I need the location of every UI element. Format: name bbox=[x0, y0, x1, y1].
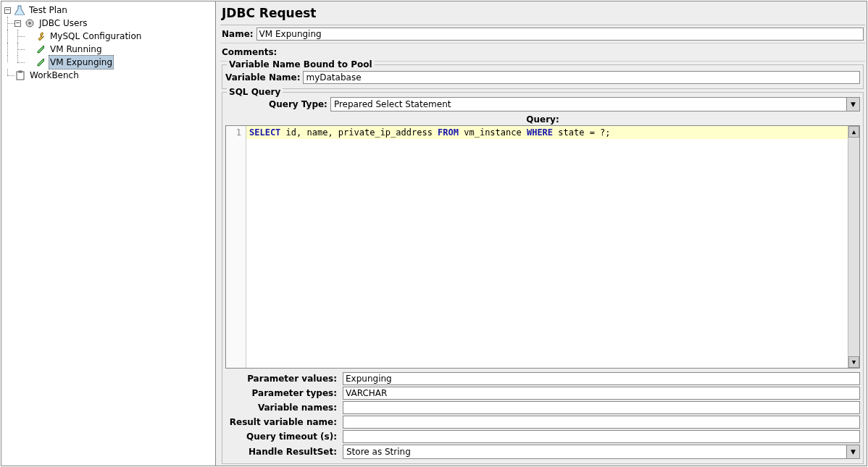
param-types-label: Parameter types: bbox=[225, 388, 340, 398]
svg-rect-2 bbox=[17, 72, 24, 80]
tree-node-vm-expunging[interactable]: VM Expunging bbox=[1, 56, 215, 69]
param-types-row: Parameter types: bbox=[225, 387, 860, 400]
result-var-row: Result variable name: bbox=[225, 416, 860, 429]
tree-toggle-test-plan[interactable]: − bbox=[4, 7, 11, 14]
result-var-input[interactable] bbox=[343, 416, 860, 429]
clipboard-icon bbox=[14, 70, 26, 81]
handle-rs-value: Store as String bbox=[343, 445, 846, 458]
var-names-label: Variable names: bbox=[225, 403, 340, 413]
tree-label-workbench[interactable]: WorkBench bbox=[28, 69, 80, 82]
comments-label: Comments: bbox=[222, 47, 277, 57]
tree-toggle-jdbc-users[interactable]: − bbox=[14, 20, 21, 27]
sql-query-legend: SQL Query bbox=[227, 87, 283, 97]
timeout-input[interactable] bbox=[343, 430, 860, 443]
query-type-label: Query Type: bbox=[269, 99, 327, 109]
query-type-value: Prepared Select Statement bbox=[331, 98, 846, 111]
scroll-up-icon[interactable]: ▲ bbox=[848, 126, 859, 138]
param-values-input[interactable] bbox=[343, 372, 860, 385]
chevron-down-icon[interactable]: ▼ bbox=[846, 98, 859, 111]
var-name-row: Variable Name: bbox=[225, 71, 860, 84]
var-pool-fieldset: Variable Name Bound to Pool Variable Nam… bbox=[222, 64, 864, 89]
app-frame: − Test Plan − JDBC Users MySQL Configura… bbox=[1, 1, 867, 466]
scroll-down-icon[interactable]: ▼ bbox=[848, 356, 859, 368]
tree-node-mysql-config[interactable]: MySQL Configuration bbox=[1, 30, 215, 43]
page-title: JDBC Request bbox=[220, 3, 865, 25]
name-input[interactable] bbox=[256, 28, 864, 41]
param-values-label: Parameter values: bbox=[225, 374, 340, 384]
query-type-combo[interactable]: Prepared Select Statement ▼ bbox=[330, 97, 860, 112]
sql-query-fieldset: SQL Query Query Type: Prepared Select St… bbox=[222, 92, 864, 464]
pipette-icon bbox=[35, 43, 46, 55]
query-header-label: Query: bbox=[225, 114, 860, 125]
tree-label-mysql-config[interactable]: MySQL Configuration bbox=[49, 30, 143, 43]
tree-label-jdbc-users[interactable]: JDBC Users bbox=[38, 17, 89, 30]
code-line-1[interactable]: SELECT id, name, private_ip_address FROM… bbox=[246, 126, 848, 139]
tree-node-vm-running[interactable]: VM Running bbox=[1, 43, 215, 56]
wrench-icon bbox=[35, 30, 46, 42]
editor-scrollbar[interactable]: ▲ ▼ bbox=[848, 126, 859, 368]
svg-rect-3 bbox=[19, 71, 22, 72]
gear-icon bbox=[24, 17, 36, 29]
tree-label-vm-running[interactable]: VM Running bbox=[49, 43, 104, 56]
pipette-icon bbox=[35, 56, 46, 68]
tree-node-test-plan[interactable]: − Test Plan bbox=[1, 4, 215, 17]
timeout-label: Query timeout (s): bbox=[225, 432, 340, 442]
name-label: Name: bbox=[222, 29, 254, 39]
handle-rs-combo[interactable]: Store as String ▼ bbox=[343, 445, 860, 459]
name-row: Name: bbox=[220, 25, 865, 43]
tree-label-vm-expunging[interactable]: VM Expunging bbox=[49, 55, 114, 70]
param-values-row: Parameter values: bbox=[225, 372, 860, 385]
handle-rs-label: Handle ResultSet: bbox=[225, 447, 340, 457]
param-types-input[interactable] bbox=[343, 387, 860, 400]
editor-code-area[interactable]: SELECT id, name, private_ip_address FROM… bbox=[246, 126, 848, 368]
comments-input[interactable] bbox=[280, 46, 864, 59]
tree-node-workbench[interactable]: WorkBench bbox=[1, 69, 215, 82]
query-type-row: Query Type: Prepared Select Statement ▼ bbox=[225, 97, 860, 112]
var-name-label: Variable Name: bbox=[225, 72, 300, 83]
beaker-icon bbox=[14, 4, 25, 16]
var-name-input[interactable] bbox=[303, 71, 860, 84]
result-var-label: Result variable name: bbox=[225, 417, 340, 427]
chevron-down-icon[interactable]: ▼ bbox=[846, 445, 859, 458]
var-names-input[interactable] bbox=[343, 401, 860, 414]
var-names-row: Variable names: bbox=[225, 401, 860, 414]
gutter-line-1: 1 bbox=[226, 127, 241, 138]
svg-point-1 bbox=[28, 22, 31, 25]
tree-node-jdbc-users[interactable]: − JDBC Users bbox=[1, 17, 215, 30]
var-pool-legend: Variable Name Bound to Pool bbox=[227, 59, 375, 70]
sql-editor[interactable]: 1 SELECT id, name, private_ip_address FR… bbox=[225, 125, 860, 369]
sql-fields-block: Parameter values: Parameter types: Varia… bbox=[225, 371, 860, 460]
tree-label-test-plan[interactable]: Test Plan bbox=[28, 4, 69, 17]
timeout-row: Query timeout (s): bbox=[225, 430, 860, 443]
content-panel: JDBC Request Name: Comments: Variable Na… bbox=[216, 1, 867, 466]
editor-gutter: 1 bbox=[226, 126, 246, 368]
handle-rs-row: Handle ResultSet: Store as String ▼ bbox=[225, 445, 860, 459]
tree-panel[interactable]: − Test Plan − JDBC Users MySQL Configura… bbox=[1, 1, 216, 466]
